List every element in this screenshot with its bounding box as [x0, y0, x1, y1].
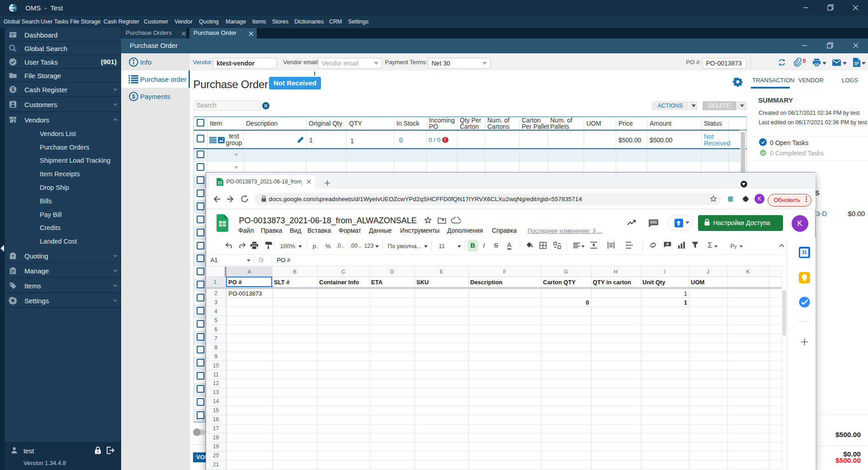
svg-text:?: ?	[12, 254, 14, 258]
svg-text:$: $	[132, 94, 135, 100]
svg-text:$: $	[11, 86, 14, 93]
